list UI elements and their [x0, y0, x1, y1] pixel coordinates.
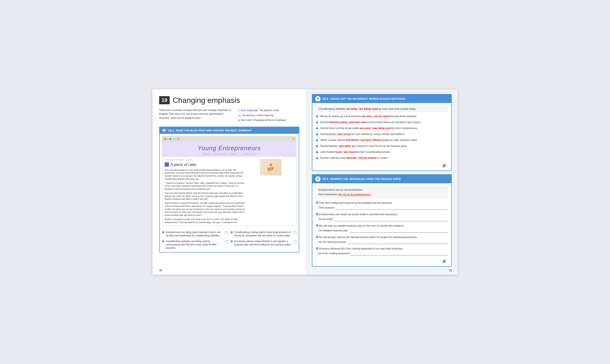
ex-text-192-7: Later Rachel found / was found another c… — [321, 150, 448, 155]
choice-2-num: ❷ — [162, 240, 164, 243]
gear-icon: ⚙ — [315, 96, 321, 101]
rewrite-item-193-3: ❸ We will write our detailed business pl… — [316, 223, 448, 233]
dot-yellow — [167, 138, 169, 140]
choice-1-text: Entrepreneurs are being given training i… — [166, 231, 224, 237]
gear-icon-193: ⚙ — [315, 176, 321, 182]
ex-num-192-8: ❽ — [316, 156, 319, 160]
ex-text-192-1: Money for setting up a new business can … — [321, 115, 448, 119]
rewrite-item-193-1: ❶ They were selling their products at th… — [316, 201, 448, 210]
choice-1: ❶ Entrepreneurs are being given training… — [162, 231, 228, 237]
rewrite-sentence-2: ❷ Entrepreneurs can easily use social me… — [316, 212, 448, 217]
choice-4-checkbox[interactable] — [294, 240, 297, 243]
blog-header: Young Entrepreneurs HOME | ENTRIES | ABO… — [162, 142, 296, 157]
choice-3-text: Crowdfunding is being used to raise larg… — [234, 231, 292, 237]
ex-num-192-7: ❼ — [316, 150, 319, 155]
ex-text-192-4: Rachel set up / was set up her own websi… — [321, 132, 448, 137]
ex-text-192-6: Rachel took on / was taken on someone to… — [321, 144, 448, 149]
dot-red — [164, 138, 166, 140]
skill-icon: ✿ — [238, 118, 240, 123]
book-icon: 📖 — [162, 129, 166, 132]
choices-grid: ❶ Entrepreneurs are being given training… — [160, 228, 299, 252]
choice-1-num: ❶ — [162, 231, 164, 234]
exercise-item-192-5: ❺ Within a week, Rachel had offered / ha… — [316, 138, 448, 143]
section-192-box: ⚙ 19.2 CROSS OUT THE INCORRECT WORDS IN … — [312, 94, 452, 171]
ex-num-192-3: ❸ — [316, 126, 319, 131]
choice-3-num: ❸ — [230, 231, 233, 234]
chapter-title: Changing emphasis — [173, 96, 240, 105]
ex-num-192-6: ❻ — [316, 144, 319, 149]
choice-3: ❸ Crowdfunding is being used to raise la… — [230, 231, 297, 237]
page-right: ⚙ 19.2 CROSS OUT THE INCORRECT WORDS IN … — [306, 89, 458, 275]
rewrite-example: Entrepreneurs set up new businesses. New… — [316, 186, 448, 198]
rewrite-sentence-1: ❶ They were selling their products at th… — [316, 201, 448, 205]
blank-line-1 — [335, 206, 448, 210]
meta-vocab: Aa Vocabulary Online learning — [238, 113, 299, 118]
section-192-header: ⚙ 19.2 CROSS OUT THE INCORRECT WORDS IN … — [312, 94, 451, 103]
ex-text-192-2: Rachel had been selling / had been sold … — [321, 120, 448, 125]
blog-para-1: More and more people are now using crowd… — [165, 169, 246, 181]
section-193-content: Entrepreneurs set up new businesses. New… — [312, 183, 451, 266]
ex-text-192-3: Rachel found out that social media was u… — [321, 126, 448, 131]
chapter-number: 19 — [159, 96, 170, 104]
rewrite-blank-1: Their products — [316, 206, 448, 210]
section-193-header: ⚙ 19.3 REWRITE THE SENTENCES USING THE P… — [312, 175, 451, 183]
audio-button-193[interactable]: 🔊 — [316, 258, 448, 263]
ex-num-192-1: ❶ — [316, 115, 319, 119]
choice-2-text: Crowdfunding websites are being used by … — [166, 240, 224, 250]
chapter-header: 19 Changing emphasis — [159, 96, 299, 105]
choice-1-checkbox[interactable] — [225, 231, 228, 234]
exercise-item-192-1: ❶ Money for setting up a new business ca… — [316, 115, 448, 119]
blog-para-3: That was when Rachel started using the i… — [165, 192, 246, 201]
exercise-item-192-7: ❼ Later Rachel found / was found another… — [316, 150, 448, 155]
ex-num-192-4: ❹ — [316, 132, 319, 137]
example-box-192: Crowdfunding websites are using / are be… — [316, 105, 448, 112]
blank-line-4 — [347, 241, 448, 244]
blank-line-3 — [349, 229, 448, 233]
section-192-content: Crowdfunding websites are using / are be… — [312, 103, 451, 170]
section-191-header: 📖 19.1 READ THE BLOG POST AND CHOOSE THE… — [160, 127, 299, 134]
exercise-item-192-4: ❹ Rachel set up / was set up her own web… — [316, 132, 448, 137]
blank-line-5 — [351, 252, 448, 255]
ex-text-192-5: Within a week, Rachel had offered / had … — [321, 138, 448, 143]
rewrite-blank-5: All of the cooking equipment — [316, 251, 448, 255]
exercise-item-192-8: ❽ Rachel's new tea shop will locate / wi… — [316, 156, 448, 160]
section-193-box: ⚙ 19.3 REWRITE THE SENTENCES USING THE P… — [312, 174, 452, 267]
meta-language: ✦ New language The passive voice — [238, 108, 299, 113]
page-spread: 19 Changing emphasis There are a number … — [152, 89, 458, 275]
browser-nav: < > ||| — [173, 138, 179, 140]
blog-post-header: A piece of cake — [165, 162, 246, 168]
ex-num-192-5: ❺ — [316, 138, 319, 143]
exercise-item-192-6: ❻ Rachel took on / was taken on someone … — [316, 144, 448, 149]
rewrite-sentence-5: ❺ Someone delivered all of the cooking e… — [316, 247, 448, 251]
page-number-right: 71 — [449, 269, 452, 272]
browser-dots — [164, 138, 171, 140]
choice-3-checkbox[interactable] — [294, 231, 297, 234]
rewrite-blank-4: His old catering business — [316, 240, 448, 244]
blog-para-5: Rachel is now going to open a tea shop o… — [165, 218, 246, 224]
blog-text: POSTED THURSDAY, 8.20AM A piece of cake … — [165, 159, 246, 224]
choice-4-num: ❹ — [230, 240, 233, 243]
intro-meta: ✦ New language The passive voice Aa Voca… — [238, 108, 299, 123]
page-number-left: 70 — [159, 269, 162, 272]
ex-text-192-8: Rachel's new tea shop will locate / will… — [321, 156, 448, 160]
page-left: 19 Changing emphasis There are a number … — [152, 89, 306, 275]
blog-para-4: Rachel started to expand the business, b… — [165, 202, 246, 217]
rewrite-sentence-4: ❹ He had already sold his old catering b… — [316, 235, 448, 239]
browser-toolbar: < > ||| ↺ — [162, 136, 296, 142]
exercise-item-192-2: ❷ Rachel had been selling / had been sol… — [316, 120, 448, 125]
choice-2-checkbox[interactable] — [225, 240, 228, 243]
blog-content: POSTED THURSDAY, 8.20AM A piece of cake … — [162, 157, 296, 226]
audio-button-192[interactable]: 🔊 — [316, 162, 448, 168]
choice-4: ❹ A business advisor helped Rachel to pu… — [230, 240, 297, 250]
blog-para-2: "I started my business, Tea and Cakes, a… — [165, 182, 246, 191]
intro-text: There are a number of ways that you can … — [159, 108, 233, 123]
blog-body: Young Entrepreneurs HOME | ENTRIES | ABO… — [162, 142, 296, 226]
exercise-item-192-3: ❸ Rachel found out that social media was… — [316, 126, 448, 131]
vocab-icon: Aa — [238, 113, 241, 118]
blog-image-area: 🍰 — [246, 159, 294, 224]
ex-num-192-2: ❷ — [316, 120, 319, 125]
blank-line-2 — [334, 218, 448, 221]
meta-skill: ✿ New skill Changing sentence emphasis — [238, 118, 299, 123]
intro-section: There are a number of ways that you can … — [159, 108, 299, 123]
items-192: ❶ Money for setting up a new business ca… — [316, 115, 448, 160]
